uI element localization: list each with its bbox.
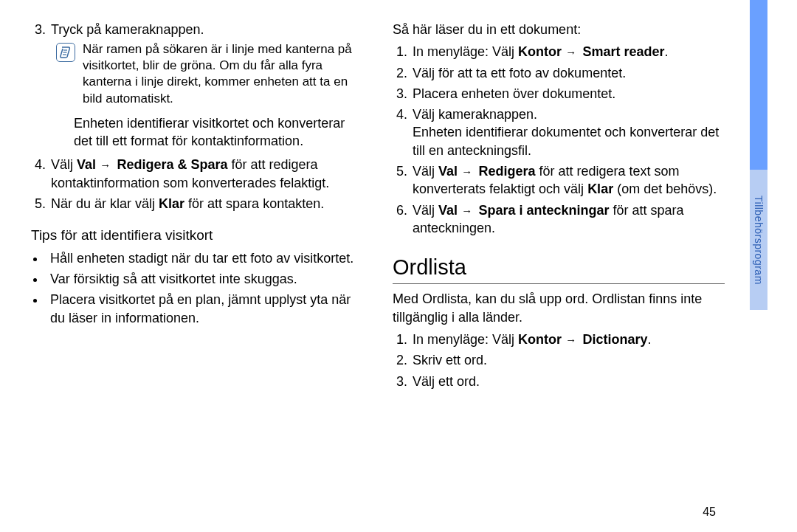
side-tab: Tillbehörsprogram	[750, 170, 767, 310]
list-item: Välj ett ord.	[411, 373, 725, 390]
text: .	[647, 332, 651, 347]
left-steps-2: Välj Val → Redigera & Spara för att redi…	[31, 156, 363, 213]
list-item: Placera enheten över dokumentet.	[411, 85, 725, 103]
bold-text: Dictionary	[582, 332, 647, 347]
bold-text: Kontor	[518, 44, 562, 59]
left-column: Tryck på kameraknappen. När ramen på sök…	[31, 21, 363, 532]
right-steps: In menyläge: Välj Kontor → Smart reader.…	[393, 43, 725, 237]
list-item: Skriv ett ord.	[411, 351, 725, 369]
columns: Tryck på kameraknappen. När ramen på sök…	[31, 21, 754, 532]
after-note-text: Enheten identifierar visitkortet och kon…	[74, 114, 363, 151]
text: för att spara kontakten.	[184, 196, 324, 211]
arrow-icon: →	[563, 334, 578, 346]
text: In menyläge: Välj	[413, 44, 518, 59]
note-icon	[56, 43, 75, 62]
list-item: Välj för att ta ett foto av dokumentet.	[411, 64, 725, 82]
arrow-icon: →	[459, 204, 474, 217]
bold-text: Spara i anteckningar	[478, 203, 609, 218]
text: In menyläge: Välj	[413, 332, 518, 347]
list-item: Tryck på kameraknappen.	[49, 21, 363, 38]
bold-text: Redigera & Spara	[117, 157, 227, 172]
dict-intro: Med Ordlista, kan du slå upp ord. Ordlis…	[393, 290, 725, 326]
text: Välj	[51, 157, 77, 172]
side-bar-accent	[750, 0, 767, 170]
bold-text: Klar	[159, 196, 184, 211]
list-item: När du är klar välj Klar för att spara k…	[49, 195, 363, 213]
list-item: Håll enheten stadigt när du tar ett foto…	[46, 249, 363, 267]
list-item: In menyläge: Välj Kontor → Smart reader.	[411, 43, 725, 61]
list-item: Välj Val → Spara i anteckningar för att …	[411, 201, 725, 238]
text: Välj	[413, 164, 438, 179]
page-number: 45	[703, 505, 716, 519]
bold-text: Smart reader	[582, 44, 664, 59]
list-item: Välj kameraknappen. Enheten identifierar…	[411, 106, 725, 159]
side-tab-label: Tillbehörsprogram	[753, 196, 765, 285]
list-item: Välj Val → Redigera för att redigera tex…	[411, 162, 725, 198]
right-intro: Så här läser du in ett dokument:	[393, 21, 725, 38]
tips-subhead: Tips för att identifiera visitkort	[31, 226, 363, 245]
list-item: Var försiktig så att visitkortet inte sk…	[46, 270, 363, 288]
list-item: Välj Val → Redigera & Spara för att redi…	[49, 156, 363, 192]
bold-text: Klar	[587, 182, 613, 196]
bold-text: Kontor	[518, 332, 562, 347]
bold-text: Val	[77, 157, 96, 172]
text: (om det behövs).	[613, 182, 717, 196]
tips-list: Håll enheten stadigt när du tar ett foto…	[31, 249, 363, 327]
bold-text: Val	[438, 203, 458, 218]
list-item: In menyläge: Välj Kontor → Dictionary.	[411, 331, 725, 348]
text: När du är klar välj	[51, 196, 159, 211]
note-text: När ramen på sökaren är i linje med kant…	[83, 41, 363, 106]
note-row: När ramen på sökaren är i linje med kant…	[56, 41, 363, 106]
section-title-ordlista: Ordlista	[393, 253, 725, 284]
arrow-icon: →	[459, 165, 474, 178]
arrow-icon: →	[97, 159, 112, 171]
left-steps-1: Tryck på kameraknappen.	[31, 21, 363, 38]
bold-text: Val	[438, 164, 458, 179]
text: .	[664, 44, 668, 59]
text: Enheten identifierar dokumentet och konv…	[413, 125, 719, 157]
page: Tryck på kameraknappen. När ramen på sök…	[31, 0, 754, 532]
dict-steps: In menyläge: Välj Kontor → Dictionary. S…	[393, 331, 725, 390]
list-item: Placera visitkortet på en plan, jämnt up…	[46, 291, 363, 327]
bold-text: Redigera	[478, 164, 535, 179]
text: Välj kameraknappen.	[413, 107, 537, 122]
arrow-icon: →	[563, 46, 578, 58]
right-column: Så här läser du in ett dokument: In meny…	[393, 21, 725, 532]
text: Välj	[413, 203, 438, 218]
